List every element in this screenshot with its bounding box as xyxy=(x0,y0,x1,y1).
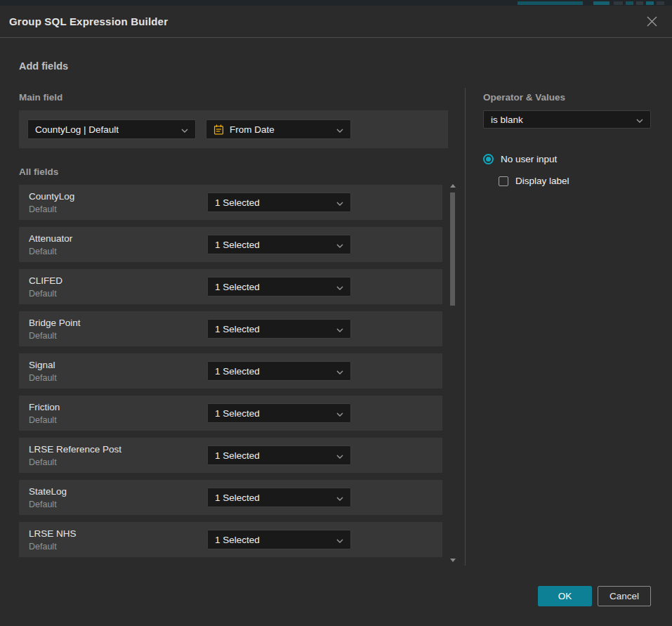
field-row: Signal Default 1 Selected xyxy=(19,353,442,389)
display-label-label: Display label xyxy=(515,176,569,186)
radio-selected-icon xyxy=(483,154,494,164)
operator-values-heading: Operator & Values xyxy=(483,92,565,103)
selected-count-value: 1 Selected xyxy=(215,197,331,208)
selected-count-value: 1 Selected xyxy=(215,324,331,334)
scrollbar-thumb[interactable] xyxy=(450,193,455,306)
chevron-down-icon xyxy=(636,115,643,125)
calendar-icon xyxy=(213,124,224,135)
background-teal-text-fragment xyxy=(518,1,583,5)
main-field-container: CountyLog | Default From Date xyxy=(19,110,448,148)
selected-count-value: 1 Selected xyxy=(215,408,331,419)
background-toolbar-fragment-3 xyxy=(626,1,633,5)
dialog-header: Group SQL Expression Builder xyxy=(0,6,672,38)
chevron-down-icon xyxy=(336,535,343,545)
scrollbar-down-arrow-icon[interactable] xyxy=(450,559,456,562)
field-selected-dropdown[interactable]: 1 Selected xyxy=(207,403,351,423)
selected-count-value: 1 Selected xyxy=(215,366,331,377)
all-fields-list: CountyLog Default 1 Selected Attenuator … xyxy=(19,185,442,564)
main-field-date-select[interactable]: From Date xyxy=(206,119,351,139)
date-select-value: From Date xyxy=(230,124,331,135)
chevron-down-icon xyxy=(336,408,343,419)
field-selected-dropdown[interactable]: 1 Selected xyxy=(207,445,351,465)
background-toolbar-fragment-6 xyxy=(657,1,664,5)
chevron-down-icon xyxy=(336,240,343,250)
no-user-input-radio[interactable]: No user input xyxy=(483,154,557,164)
field-row: CLIFED Default 1 Selected xyxy=(19,269,442,304)
dialog-title: Group SQL Expression Builder xyxy=(9,15,168,27)
field-row: CountyLog Default 1 Selected xyxy=(19,185,442,220)
chevron-down-icon xyxy=(336,324,343,334)
chevron-down-icon xyxy=(336,282,343,292)
chevron-down-icon xyxy=(336,493,343,503)
selected-count-value: 1 Selected xyxy=(215,240,331,250)
no-user-input-label: No user input xyxy=(501,154,557,164)
field-row: Attenuator Default 1 Selected xyxy=(19,227,442,262)
field-selected-dropdown[interactable]: 1 Selected xyxy=(207,530,351,549)
chevron-down-icon xyxy=(336,197,343,208)
background-app-strip xyxy=(0,0,672,6)
display-label-checkbox[interactable]: Display label xyxy=(499,176,569,186)
background-toolbar-fragment-1 xyxy=(593,1,610,5)
list-scrollbar[interactable] xyxy=(449,184,456,562)
dialog-footer: OK Cancel xyxy=(538,586,651,606)
scrollbar-up-arrow-icon[interactable] xyxy=(450,184,456,188)
selected-count-value: 1 Selected xyxy=(215,450,331,461)
chevron-down-icon xyxy=(336,124,343,135)
field-row: StateLog Default 1 Selected xyxy=(19,480,442,515)
field-row: LRSE NHS Default 1 Selected xyxy=(19,522,442,557)
field-selected-dropdown[interactable]: 1 Selected xyxy=(207,193,351,212)
add-fields-heading: Add fields xyxy=(19,60,68,72)
close-icon xyxy=(646,19,658,30)
operator-select-value: is blank xyxy=(491,115,631,125)
chevron-down-icon xyxy=(336,450,343,461)
panel-divider xyxy=(465,88,466,566)
field-row: Bridge Point Default 1 Selected xyxy=(19,311,442,346)
field-selected-dropdown[interactable]: 1 Selected xyxy=(207,361,351,381)
all-fields-label: All fields xyxy=(19,167,58,177)
field-selected-dropdown[interactable]: 1 Selected xyxy=(207,319,351,339)
background-toolbar-fragment-5 xyxy=(646,1,654,5)
selected-count-value: 1 Selected xyxy=(215,493,331,503)
chevron-down-icon xyxy=(181,124,188,135)
close-button[interactable] xyxy=(643,13,661,30)
background-toolbar-fragment-2 xyxy=(614,1,623,5)
field-row: LRSE Reference Post Default 1 Selected xyxy=(19,438,442,473)
field-selected-dropdown[interactable]: 1 Selected xyxy=(207,277,351,296)
checkbox-unchecked-icon xyxy=(499,176,508,186)
main-field-label: Main field xyxy=(19,92,62,103)
selected-count-value: 1 Selected xyxy=(215,282,331,292)
operator-select[interactable]: is blank xyxy=(483,110,651,129)
chevron-down-icon xyxy=(336,366,343,377)
field-row: Friction Default 1 Selected xyxy=(19,396,442,431)
cancel-button[interactable]: Cancel xyxy=(598,586,651,606)
selected-count-value: 1 Selected xyxy=(215,535,331,545)
ok-button[interactable]: OK xyxy=(538,586,592,606)
sql-expression-builder-dialog: Group SQL Expression Builder Add fields … xyxy=(0,6,672,626)
main-field-layer-select[interactable]: CountyLog | Default xyxy=(27,119,196,139)
layer-select-value: CountyLog | Default xyxy=(35,124,176,135)
field-selected-dropdown[interactable]: 1 Selected xyxy=(207,235,351,254)
field-selected-dropdown[interactable]: 1 Selected xyxy=(207,488,351,507)
background-toolbar-fragment-4 xyxy=(636,1,643,5)
